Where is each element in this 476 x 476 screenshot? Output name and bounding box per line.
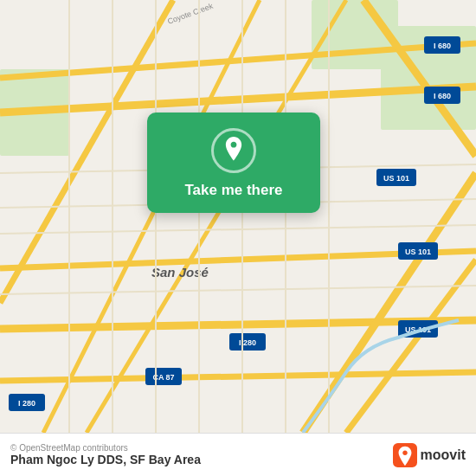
footer-bar: © OpenStreetMap contributors Pham Ngoc L… [0,433,476,476]
moovit-text: moovit [421,447,466,463]
svg-text:US 101: US 101 [405,248,431,256]
svg-text:I 280: I 280 [18,399,35,408]
moovit-icon [393,443,417,467]
footer-title: Pham Ngoc Ly DDS, SF Bay Area [10,453,393,466]
location-pin-icon [222,137,246,164]
take-me-label: Take me there [184,182,282,199]
footer-info: © OpenStreetMap contributors Pham Ngoc L… [10,443,393,466]
svg-text:I 280: I 280 [239,338,256,347]
moovit-logo: moovit [393,443,466,467]
take-me-card[interactable]: Take me there [147,113,320,213]
map-background: I 680 I 680 US 101 US 101 US 101 I 280 C… [0,0,476,433]
svg-text:US 101: US 101 [383,174,409,183]
svg-text:I 680: I 680 [434,92,451,100]
svg-text:I 680: I 680 [434,42,451,50]
map-container: I 680 I 680 US 101 US 101 US 101 I 280 C… [0,0,476,433]
location-icon-wrapper [211,128,256,173]
footer-credit: © OpenStreetMap contributors [10,443,393,453]
